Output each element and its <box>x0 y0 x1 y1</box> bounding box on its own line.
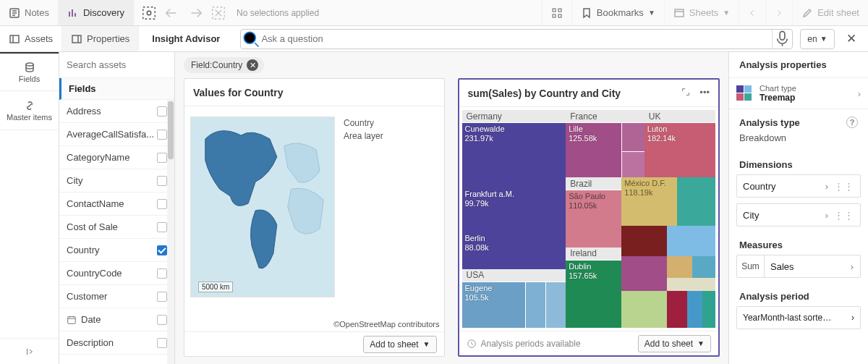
field-row-description[interactable]: Description <box>59 331 174 355</box>
field-checkbox[interactable] <box>157 106 167 117</box>
ask-question-bar <box>240 29 793 49</box>
treemap-cell-green2[interactable] <box>621 291 667 328</box>
treemap-cell-lightblue[interactable] <box>667 226 715 256</box>
treemap-cell-eugene[interactable]: Eugene105.5k <box>462 282 526 328</box>
clock-icon <box>467 339 477 349</box>
field-row-date[interactable]: Date <box>59 308 174 331</box>
assets-scrollbar[interactable] <box>167 100 174 364</box>
dimension-label: Country <box>743 181 776 192</box>
notes-tab[interactable]: Notes <box>0 0 59 25</box>
field-checkbox[interactable] <box>157 130 167 140</box>
assets-header[interactable]: Fields <box>59 78 174 100</box>
help-icon[interactable]: ? <box>846 117 858 128</box>
field-row-customer[interactable]: Customer <box>59 285 174 308</box>
treemap-cell-darkred[interactable] <box>621 226 667 256</box>
dimension-country[interactable]: Country › ⋮⋮ <box>736 174 861 198</box>
map-visualization[interactable]: 5000 km <box>190 117 335 297</box>
treemap-cell-france-small[interactable] <box>621 123 644 151</box>
treemap-cell-france-small2[interactable] <box>621 151 644 177</box>
field-row-contactname[interactable]: ContactName <box>59 192 174 216</box>
chart-type-selector[interactable]: Chart type Treemap › <box>729 78 868 109</box>
discovery-tab[interactable]: Discovery <box>59 0 134 25</box>
card-map: Values for Country 5000 km <box>184 78 445 357</box>
assets-search-input[interactable] <box>67 59 167 70</box>
treemap-cell-blue3[interactable] <box>687 291 702 328</box>
language-selector[interactable]: en ▼ <box>800 29 835 49</box>
insight-advisor-title: Insight Advisor <box>139 33 233 44</box>
filter-chip-country[interactable]: Field:Country ✕ <box>184 57 264 73</box>
field-row-city[interactable]: City <box>59 169 174 192</box>
treemap-cell-luton[interactable]: Luton182.14k <box>644 123 715 177</box>
treemap-cell-frankfurt[interactable]: Frankfurt a.M.99.79k <box>462 188 566 232</box>
prev-sheet-button[interactable] <box>739 0 765 25</box>
treemap-cell-dublin[interactable]: Dublin157.65k <box>566 261 621 328</box>
field-checkbox[interactable] <box>157 245 167 255</box>
treemap-cell-teal[interactable] <box>677 177 715 225</box>
field-row-address[interactable]: Address <box>59 100 174 123</box>
more-options-button[interactable]: ••• <box>699 87 710 99</box>
fullscreen-button[interactable] <box>681 87 691 99</box>
treemap-cell-usa-small[interactable] <box>525 282 545 328</box>
properties-panel-button[interactable]: Properties <box>62 26 139 51</box>
add-to-sheet-button[interactable]: Add to sheet ▼ <box>638 335 711 352</box>
field-row-categoryname[interactable]: CategoryName <box>59 146 174 169</box>
field-checkbox[interactable] <box>157 315 167 325</box>
treemap-cell-teal2[interactable] <box>702 291 715 328</box>
grid-view-button[interactable] <box>542 0 571 25</box>
assets-panel: Fields Address AverageCallSatisfa... Cat… <box>59 52 175 364</box>
field-checkbox[interactable] <box>157 176 167 186</box>
period-selector[interactable]: YearMonth-last sorte… › <box>736 306 861 329</box>
analysis-periods-info[interactable]: Analysis periods available <box>467 339 581 349</box>
field-checkbox[interactable] <box>157 199 167 209</box>
bookmarks-label: Bookmarks <box>597 7 644 18</box>
chart-type-value: Treemap <box>760 93 796 103</box>
rail-collapse-button[interactable] <box>0 338 59 364</box>
field-checkbox[interactable] <box>157 268 167 279</box>
treemap-cell-tan[interactable] <box>667 256 692 278</box>
assets-panel-button[interactable]: Assets <box>0 26 62 51</box>
field-checkbox[interactable] <box>157 153 167 163</box>
rail-fields-label: Fields <box>19 75 40 83</box>
bookmarks-button[interactable]: Bookmarks ▼ <box>571 0 664 25</box>
treemap-cell-usa-small2[interactable] <box>545 282 566 328</box>
sheets-button[interactable]: Sheets ▼ <box>664 0 739 25</box>
dimension-label: City <box>743 210 759 221</box>
treemap-cell-maroon[interactable] <box>667 291 687 328</box>
field-row-country[interactable]: Country <box>59 239 174 262</box>
dimension-city[interactable]: City › ⋮⋮ <box>736 203 861 227</box>
treemap-cell-cream[interactable] <box>667 278 715 291</box>
treemap-cell-cunewalde[interactable]: Cunewalde231.97k <box>462 123 566 188</box>
drag-handle-icon[interactable]: ⋮⋮ <box>834 181 854 192</box>
treemap-cell-lille[interactable]: Lille125.58k <box>566 123 621 177</box>
drag-handle-icon[interactable]: ⋮⋮ <box>834 210 854 221</box>
next-sheet-button[interactable] <box>765 0 792 25</box>
treemap-visualization[interactable]: Germany Cunewalde231.97k Frankfurt a.M.9… <box>462 110 716 328</box>
scrollbar-thumb[interactable] <box>168 101 174 159</box>
chevron-down-icon: ▼ <box>723 9 730 17</box>
treemap-cell-berlin[interactable]: Berlin88.08k <box>462 232 566 269</box>
field-row-avgcallsatisfa[interactable]: AverageCallSatisfa... <box>59 123 174 146</box>
edit-sheet-label: Edit sheet <box>817 7 859 18</box>
treemap-cell-blue2[interactable] <box>692 256 715 278</box>
rail-master-items[interactable]: Master items <box>0 91 59 130</box>
field-label: Address <box>67 106 157 117</box>
measure-sales[interactable]: Sum Sales › <box>736 255 861 278</box>
field-row-countrycode[interactable]: CountryCode <box>59 262 174 285</box>
svg-rect-14 <box>68 316 76 323</box>
microphone-button[interactable] <box>772 30 792 48</box>
treemap-cell-saopaulo[interactable]: São Paulo110.05k <box>566 190 621 247</box>
field-checkbox[interactable] <box>157 292 167 302</box>
edit-sheet-button[interactable]: Edit sheet <box>792 0 868 25</box>
add-to-sheet-button[interactable]: Add to sheet ▼ <box>363 336 436 353</box>
treemap-cell-mexico[interactable]: México D.F.118.19k <box>621 177 677 225</box>
field-checkbox[interactable] <box>157 338 167 348</box>
discovery-icon <box>67 7 79 19</box>
rail-fields[interactable]: Fields <box>0 52 59 91</box>
field-checkbox[interactable] <box>157 222 167 232</box>
filter-chip-remove[interactable]: ✕ <box>247 59 258 71</box>
smart-search-button[interactable] <box>141 5 157 21</box>
field-row-costofsale[interactable]: Cost of Sale <box>59 216 174 239</box>
treemap-cell-purple2[interactable] <box>621 256 667 291</box>
close-advisor-button[interactable]: ✕ <box>841 31 862 46</box>
ask-question-input[interactable] <box>261 33 772 44</box>
